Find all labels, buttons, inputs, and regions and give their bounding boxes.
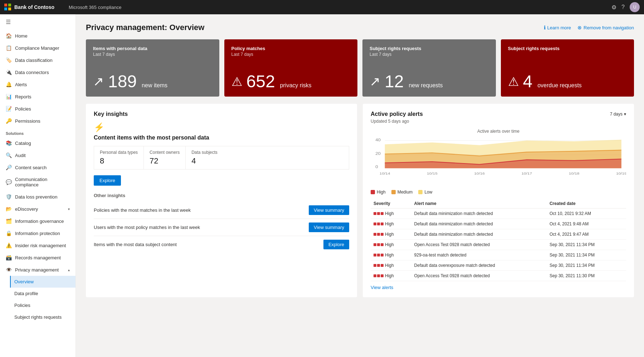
alerts-updated: Updated 5 days ago <box>371 119 626 124</box>
learn-more-link[interactable]: ℹ Learn more <box>544 25 571 30</box>
alerts-icon: 🔔 <box>6 82 11 87</box>
alert-row-0[interactable]: High Default data minimization match det… <box>371 209 626 219</box>
sidebar-item-privacy-management[interactable]: 👁️ Privacy management ▴ <box>0 264 75 276</box>
card-subtitle-personal-data: new items <box>142 82 167 89</box>
help-icon[interactable]: ? <box>621 4 625 10</box>
sidebar-item-overview[interactable]: Overview <box>10 276 75 288</box>
privacy-sub-nav: Overview Data profile Policies Subject r… <box>0 276 75 323</box>
stat-label-0: Personal data types <box>100 150 138 155</box>
alert-row-5[interactable]: High Default data overexposure match det… <box>371 260 626 271</box>
sidebar-label-sub-policies: Policies <box>14 303 30 308</box>
sidebar-toggle[interactable]: ☰ <box>0 14 75 30</box>
card-period-policy-matches: Last 7 days <box>231 52 351 57</box>
insight-row-1-text: Users with the most policy matches in th… <box>94 225 200 230</box>
sidebar-item-permissions[interactable]: 🔑 Permissions <box>0 115 75 127</box>
svg-text:40: 40 <box>375 138 381 142</box>
communication-compliance-icon: 💬 <box>6 179 11 185</box>
legend-label-low: Low <box>424 190 432 195</box>
sidebar-item-ediscovery[interactable]: 📂 eDiscovery ▾ <box>0 203 75 215</box>
sidebar-label-content-search: Content search <box>15 165 47 170</box>
alert-row-1[interactable]: High Default data minimization match det… <box>371 219 626 229</box>
view-alerts-link[interactable]: View alerts <box>371 285 393 290</box>
information-protection-icon: 🔒 <box>6 230 11 236</box>
key-insights-panel: Key insights ⚡ Content items with the mo… <box>86 104 357 297</box>
sidebar-item-content-search[interactable]: 🔎 Content search <box>0 161 75 173</box>
page-title: Privacy management: Overview <box>86 23 204 32</box>
sidebar-item-sub-policies[interactable]: Policies <box>10 299 75 311</box>
svg-text:10/18: 10/18 <box>569 171 580 175</box>
sidebar-label-alerts: Alerts <box>15 82 27 87</box>
svg-text:10/16: 10/16 <box>474 171 485 175</box>
stat-label-2: Data subjects <box>191 150 218 155</box>
card-policy-matches[interactable]: Policy matches Last 7 days ⚠ 652 privacy… <box>224 39 358 97</box>
sidebar-item-policies[interactable]: 📝 Policies <box>0 103 75 115</box>
policies-icon: 📝 <box>6 106 11 112</box>
sidebar-item-data-profile[interactable]: Data profile <box>10 288 75 299</box>
home-icon: 🏠 <box>6 33 11 39</box>
alert-date-3: Sep 30, 2021 11:34 PM <box>547 240 626 250</box>
settings-icon[interactable]: ⚙ <box>611 4 616 11</box>
compliance-manager-icon: 📋 <box>6 45 11 51</box>
alert-severity-0: High <box>371 209 411 219</box>
sidebar-label-subject-rights: Subject rights requests <box>14 314 62 320</box>
sidebar-item-data-classification[interactable]: 🏷️ Data classification <box>0 54 75 66</box>
remove-from-nav-link[interactable]: ⊗ Remove from navigation <box>577 25 634 30</box>
sidebar-item-catalog[interactable]: 📚 Catalog <box>0 137 75 149</box>
alert-row-4[interactable]: High 929-oa-test match detected Sep 30, … <box>371 250 626 260</box>
other-insights: Other insights Policies with the most ma… <box>94 193 349 253</box>
sidebar-item-data-connectors[interactable]: 🔌 Data connectors <box>0 66 75 78</box>
card-warning-icon-overdue: ⚠ <box>508 75 519 88</box>
card-warning-icon-policy-matches: ⚠ <box>231 75 242 88</box>
sidebar-item-insider-risk[interactable]: ⚠️ Insider risk management <box>0 239 75 251</box>
sidebar-label-records-management: Records management <box>15 255 61 260</box>
sidebar-item-subject-rights-requests[interactable]: Subject rights requests <box>10 311 75 323</box>
card-bottom-subject-rights-overdue: ⚠ 4 overdue requests <box>508 73 627 90</box>
card-subject-rights-new[interactable]: Subject rights requests Last 7 days ↗ 12… <box>362 39 496 97</box>
card-arrow-icon-subject-rights: ↗ <box>370 75 380 88</box>
alert-row-2[interactable]: High Default data minimization match det… <box>371 229 626 240</box>
stat-value-1: 72 <box>150 156 180 166</box>
insight-stats: Personal data types 8 Content owners 72 … <box>94 146 349 170</box>
content-search-icon: 🔎 <box>6 165 11 170</box>
sidebar-item-compliance-manager[interactable]: 📋 Compliance Manager <box>0 42 75 54</box>
sidebar-item-data-loss-prevention[interactable]: 🛡️ Data loss prevention <box>0 191 75 203</box>
alerts-table: Severity Alert name Created date High <box>371 199 626 281</box>
alert-row-6[interactable]: High Open Access Test 0928 match detecte… <box>371 271 626 281</box>
insight-row-0: Policies with the most matches in the la… <box>94 202 349 219</box>
svg-text:10/15: 10/15 <box>427 171 438 175</box>
view-summary-button-1[interactable]: View summary <box>309 222 349 232</box>
stat-content-owners: Content owners 72 <box>144 146 186 169</box>
sidebar-nav: 🏠 Home 📋 Compliance Manager 🏷️ Data clas… <box>0 30 75 357</box>
card-subject-rights-overdue[interactable]: Subject rights requests ⚠ 4 overdue requ… <box>501 39 634 97</box>
explore-button-2[interactable]: Explore <box>323 240 349 249</box>
alert-severity-4: High <box>371 250 411 260</box>
sidebar-item-audit[interactable]: 🔍 Audit <box>0 149 75 161</box>
data-classification-icon: 🏷️ <box>6 57 11 63</box>
card-period-subject-rights-new: Last 7 days <box>370 52 489 57</box>
alert-name-4: 929-oa-test match detected <box>411 250 547 260</box>
view-summary-button-0[interactable]: View summary <box>309 205 349 215</box>
chart-area: 40 20 0 <box>371 137 626 187</box>
sidebar-item-reports[interactable]: 📊 Reports <box>0 91 75 103</box>
app-logo[interactable]: Bank of Contoso <box>4 4 69 11</box>
sidebar-label-ediscovery: eDiscovery <box>15 206 38 212</box>
sidebar-item-information-protection[interactable]: 🔒 Information protection <box>0 227 75 239</box>
alert-name-5: Default data overexposure match detected <box>411 260 547 271</box>
explore-button[interactable]: Explore <box>94 175 121 186</box>
alert-row-3[interactable]: High Open Access Test 0928 match detecte… <box>371 240 626 250</box>
sidebar-item-records-management[interactable]: 🗃️ Records management <box>0 251 75 264</box>
legend-dot-medium <box>391 190 396 194</box>
user-avatar[interactable]: U <box>630 2 640 12</box>
card-personal-data[interactable]: Items with personal data Last 7 days ↗ 1… <box>86 39 219 97</box>
sidebar-item-information-governance[interactable]: 🗂️ Information governance <box>0 215 75 227</box>
alert-date-6: Sep 30, 2021 11:30 PM <box>547 271 626 281</box>
days-selector[interactable]: 7 days ▾ <box>610 112 626 117</box>
card-arrow-icon-personal-data: ↗ <box>93 75 104 88</box>
sidebar-label-information-protection: Information protection <box>15 231 60 236</box>
sidebar-label-privacy-management: Privacy management <box>15 267 59 273</box>
sidebar-item-alerts[interactable]: 🔔 Alerts <box>0 78 75 91</box>
sidebar-item-home[interactable]: 🏠 Home <box>0 30 75 42</box>
card-period-personal-data: Last 7 days <box>93 52 212 57</box>
active-alerts-panel: Active policy alerts 7 days ▾ Updated 5 … <box>363 104 634 297</box>
sidebar-item-communication-compliance[interactable]: 💬 Communication compliance <box>0 173 75 191</box>
